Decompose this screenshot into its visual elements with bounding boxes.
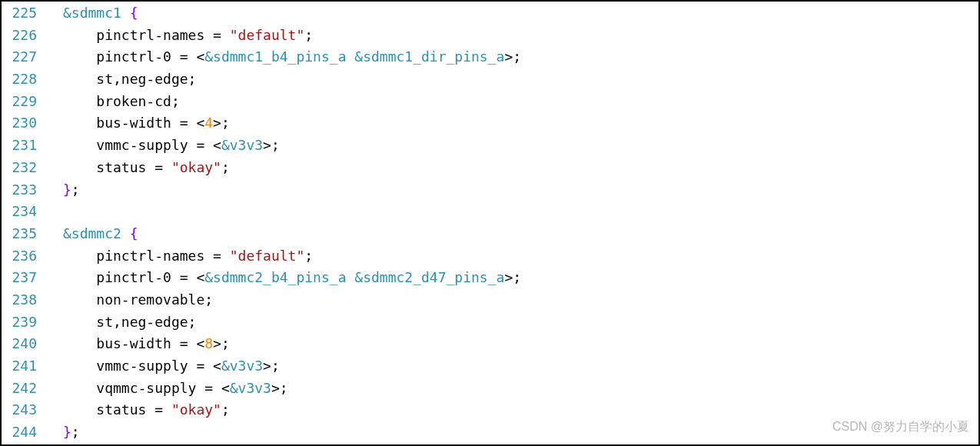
- token-plain: vmmc-supply = <: [63, 137, 221, 153]
- code-line[interactable]: };: [63, 421, 975, 444]
- code-line[interactable]: broken-cd;: [63, 91, 975, 113]
- token-str: "default": [230, 27, 305, 43]
- line-number: 239: [2, 311, 45, 334]
- token-ref: &sdmmc1: [63, 5, 121, 21]
- code-line[interactable]: vmmc-supply = <&v3v3>;: [63, 135, 975, 157]
- token-plain: non-removable;: [63, 291, 213, 308]
- code-line[interactable]: pinctrl-names = "default";: [63, 25, 975, 47]
- line-number: 241: [2, 355, 45, 378]
- code-line[interactable]: vqmmc-supply = <&v3v3>;: [63, 378, 975, 400]
- token-plain: >;: [263, 137, 280, 153]
- token-ref: &sdmmc2: [63, 225, 121, 241]
- line-number: 230: [2, 112, 45, 135]
- token-plain: ;: [304, 27, 313, 43]
- token-plain: ;: [71, 181, 80, 198]
- line-number: 240: [2, 333, 45, 355]
- token-str: "default": [230, 248, 305, 264]
- token-plain: pinctrl-names =: [63, 27, 230, 43]
- token-plain: status =: [63, 159, 171, 175]
- token-ref: &v3v3: [221, 137, 263, 153]
- token-brace: {: [130, 225, 138, 241]
- token-ref: &sdmmc2_d47_pins_a: [354, 269, 504, 285]
- code-line[interactable]: };: [63, 179, 975, 201]
- token-plain: bus-width = <: [63, 115, 204, 131]
- code-line[interactable]: bus-width = <8>;: [63, 333, 975, 355]
- code-line[interactable]: pinctrl-0 = <&sdmmc1_b4_pins_a &sdmmc1_d…: [63, 46, 975, 68]
- code-line[interactable]: non-removable;: [63, 289, 975, 311]
- token-brace: {: [130, 5, 138, 21]
- token-plain: [346, 48, 354, 65]
- token-ref: &sdmmc1_b4_pins_a: [204, 48, 346, 65]
- line-number: 231: [2, 135, 45, 157]
- token-ref: &v3v3: [230, 380, 271, 396]
- code-line[interactable]: pinctrl-names = "default";: [63, 245, 975, 268]
- token-plain: vqmmc-supply = <: [63, 380, 230, 396]
- token-plain: ;: [304, 248, 313, 264]
- token-plain: pinctrl-0 = <: [63, 269, 204, 285]
- token-plain: >;: [504, 48, 521, 65]
- code-line[interactable]: st,neg-edge;: [63, 311, 975, 334]
- token-plain: st,neg-edge;: [63, 314, 196, 330]
- line-number: 243: [2, 399, 45, 421]
- line-number: 234: [2, 201, 45, 223]
- token-plain: bus-width = <: [63, 335, 204, 351]
- token-ref: &v3v3: [221, 358, 263, 374]
- token-num: 8: [204, 335, 213, 351]
- line-number: 232: [2, 157, 45, 179]
- token-str: "okay": [171, 401, 221, 418]
- token-num: 4: [204, 115, 213, 131]
- line-number: 244: [2, 421, 45, 444]
- token-ref: &sdmmc2_b4_pins_a: [204, 269, 346, 285]
- code-line[interactable]: bus-width = <4>;: [63, 112, 975, 135]
- line-number: 227: [2, 46, 45, 68]
- line-number-gutter: 2252262272282292302312322332342352362372…: [2, 2, 45, 444]
- line-number: 242: [2, 378, 45, 400]
- code-line[interactable]: st,neg-edge;: [63, 68, 975, 91]
- token-plain: >;: [213, 335, 230, 351]
- token-plain: >;: [504, 269, 521, 285]
- line-number: 236: [2, 245, 45, 268]
- line-number: 233: [2, 179, 45, 201]
- token-plain: [121, 225, 130, 241]
- line-number: 225: [2, 2, 45, 25]
- code-line[interactable]: [63, 201, 975, 223]
- token-plain: [121, 5, 130, 21]
- line-number: 229: [2, 91, 45, 113]
- code-line[interactable]: status = "okay";: [63, 157, 975, 179]
- token-plain: ;: [71, 424, 80, 440]
- code-line[interactable]: status = "okay";: [63, 399, 975, 421]
- token-str: "okay": [171, 159, 221, 175]
- token-plain: [346, 269, 354, 285]
- line-number: 238: [2, 289, 45, 311]
- code-line[interactable]: &sdmmc1 {: [63, 2, 975, 25]
- token-plain: >;: [263, 358, 280, 374]
- token-plain: ;: [221, 401, 230, 418]
- code-line[interactable]: vmmc-supply = <&v3v3>;: [63, 355, 975, 378]
- code-line[interactable]: &sdmmc2 {: [63, 223, 975, 245]
- token-ref: &sdmmc1_dir_pins_a: [354, 48, 504, 65]
- line-number: 226: [2, 25, 45, 47]
- token-brace: }: [63, 424, 71, 440]
- token-plain: >;: [213, 115, 230, 131]
- token-plain: broken-cd;: [63, 93, 180, 109]
- token-plain: status =: [63, 401, 171, 418]
- token-plain: ;: [221, 159, 230, 175]
- token-plain: pinctrl-names =: [63, 248, 230, 264]
- code-editor-frame: 2252262272282292302312322332342352362372…: [0, 0, 980, 446]
- code-area[interactable]: &sdmmc1 { pinctrl-names = "default"; pin…: [63, 2, 975, 444]
- token-plain: vmmc-supply = <: [63, 358, 221, 374]
- token-plain: >;: [271, 380, 288, 396]
- token-plain: st,neg-edge;: [63, 71, 196, 87]
- token-brace: }: [63, 181, 71, 198]
- token-plain: pinctrl-0 = <: [63, 48, 204, 65]
- line-number: 237: [2, 267, 45, 289]
- line-number: 235: [2, 223, 45, 245]
- line-number: 228: [2, 68, 45, 91]
- code-line[interactable]: pinctrl-0 = <&sdmmc2_b4_pins_a &sdmmc2_d…: [63, 267, 975, 289]
